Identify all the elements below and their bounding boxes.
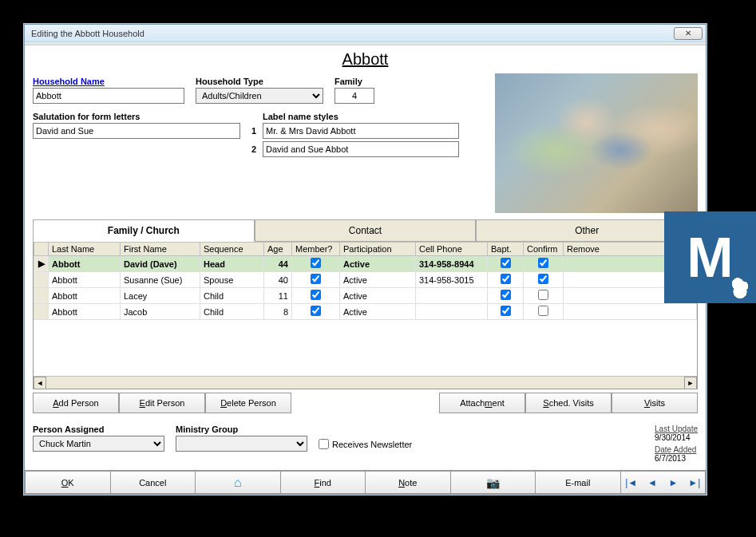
page-title: Abbott (33, 45, 698, 73)
receives-newsletter-checkbox[interactable] (319, 439, 329, 449)
titlebar: Editing the Abbott Household ✕ (25, 25, 706, 42)
household-type-select[interactable]: Adults/Children (196, 88, 323, 104)
salutation-input[interactable] (33, 123, 240, 139)
app-logo: M (664, 211, 756, 303)
note-button[interactable]: Note (365, 471, 450, 494)
bapt-checkbox[interactable] (501, 290, 511, 300)
member-checkbox[interactable] (311, 306, 321, 316)
bapt-checkbox[interactable] (501, 306, 511, 316)
nav-last-icon[interactable]: ►| (684, 472, 705, 493)
confirm-checkbox[interactable] (538, 274, 548, 284)
label-num-2: 2 (251, 144, 259, 154)
email-button[interactable]: E-mail (535, 471, 620, 494)
sched-visits-button[interactable]: Sched. Visits (525, 393, 612, 413)
col-member[interactable]: Member? (292, 243, 340, 256)
photo-button[interactable]: 📷 (450, 471, 536, 494)
horizontal-scrollbar[interactable]: ◄ ► (34, 376, 697, 389)
col-confirm[interactable]: Confirm (524, 243, 564, 256)
bapt-checkbox[interactable] (501, 258, 511, 268)
bapt-checkbox[interactable] (501, 274, 511, 284)
salutation-label: Salutation for form letters (33, 112, 240, 121)
table-row[interactable]: AbbottSusanne (Sue)Spouse40Active314-958… (34, 272, 697, 288)
tab-family-church[interactable]: Family / Church (33, 219, 255, 242)
window-title: Editing the Abbott Household (31, 29, 144, 38)
table-row[interactable]: AbbottJacobChild8Active (34, 304, 697, 320)
label-styles-label: Label name styles (263, 112, 459, 121)
person-assigned-label: Person Assigned (33, 424, 164, 434)
person-assigned-select[interactable]: Chuck Martin (33, 436, 164, 452)
members-table: Last Name First Name Sequence Age Member… (34, 242, 697, 320)
attachment-button[interactable]: Attachment (439, 393, 525, 413)
cancel-button[interactable]: Cancel (110, 471, 196, 494)
confirm-checkbox[interactable] (538, 306, 548, 316)
col-cell-phone[interactable]: Cell Phone (416, 243, 488, 256)
delete-person-button[interactable]: Delete Person (205, 393, 291, 413)
family-input[interactable] (334, 88, 374, 104)
visits-button[interactable]: Visits (612, 393, 698, 413)
ministry-group-label: Ministry Group (176, 424, 307, 434)
nav-prev-icon[interactable]: ◄ (642, 472, 663, 493)
add-person-button[interactable]: Add Person (33, 393, 119, 413)
member-checkbox[interactable] (311, 274, 321, 284)
scroll-right-icon[interactable]: ► (684, 377, 697, 389)
col-participation[interactable]: Participation (340, 243, 416, 256)
col-age[interactable]: Age (264, 243, 292, 256)
household-edit-window: Editing the Abbott Household ✕ Abbott Ho… (24, 24, 707, 495)
ministry-group-select[interactable] (176, 436, 307, 452)
label-style-1-input[interactable] (263, 123, 459, 139)
close-icon[interactable]: ✕ (674, 27, 703, 40)
col-last-name[interactable]: Last Name (49, 243, 121, 256)
confirm-checkbox[interactable] (538, 290, 548, 300)
member-checkbox[interactable] (311, 258, 321, 268)
col-sequence[interactable]: Sequence (200, 243, 264, 256)
home-button[interactable]: ⌂ (195, 471, 280, 494)
family-label: Family (334, 77, 374, 86)
col-bapt[interactable]: Bapt. (488, 243, 524, 256)
household-name-input[interactable] (33, 88, 184, 104)
meta-dates: Last Update 9/30/2014 Date Added 6/7/201… (655, 424, 698, 463)
edit-person-button[interactable]: Edit Person (119, 393, 205, 413)
col-indicator (34, 243, 49, 256)
tab-contact[interactable]: Contact (255, 219, 477, 242)
table-row[interactable]: ▶AbbottDavid (Dave)Head44Active314-958-8… (34, 256, 697, 272)
find-button[interactable]: Find (280, 471, 366, 494)
nav-next-icon[interactable]: ► (663, 472, 683, 493)
scroll-left-icon[interactable]: ◄ (34, 377, 46, 389)
ok-button[interactable]: OK (25, 471, 110, 494)
household-name-label: Household Name (33, 77, 184, 86)
nav-first-icon[interactable]: |◄ (621, 472, 642, 493)
label-style-2-input[interactable] (263, 141, 459, 157)
label-num-1: 1 (251, 126, 259, 136)
household-type-label: Household Type (196, 77, 323, 86)
family-photo (495, 73, 698, 213)
member-checkbox[interactable] (311, 290, 321, 300)
col-first-name[interactable]: First Name (121, 243, 200, 256)
home-icon: ⌂ (234, 476, 242, 490)
camera-icon: 📷 (486, 476, 500, 489)
table-row[interactable]: AbbottLaceyChild11Active (34, 288, 697, 304)
confirm-checkbox[interactable] (538, 258, 548, 268)
receives-newsletter-label: Receives Newsletter (332, 440, 412, 449)
